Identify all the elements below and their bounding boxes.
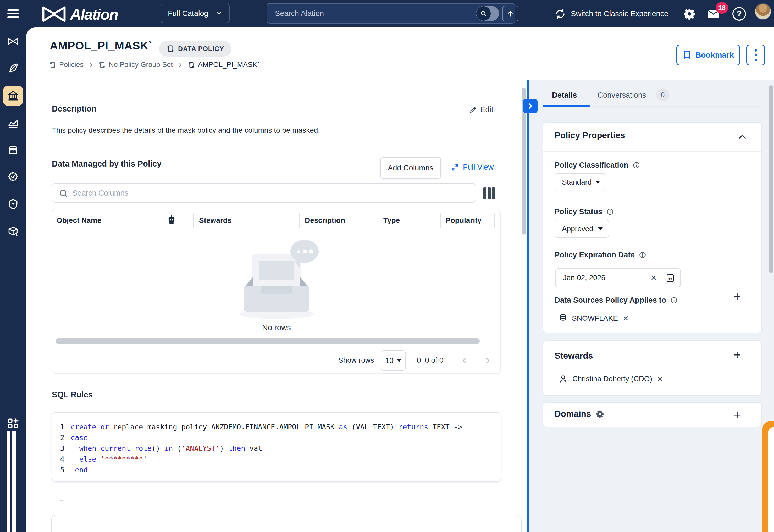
tab-details[interactable]: Details xyxy=(552,91,577,99)
arrow-up-icon xyxy=(506,10,514,18)
more-actions-kebab-button[interactable] xyxy=(746,45,765,65)
add-data-source-button[interactable]: + xyxy=(731,290,744,303)
sidebar-item-compose[interactable] xyxy=(7,62,19,74)
sidebar-item-analytics[interactable] xyxy=(7,118,19,129)
policy-properties-card: Policy Properties Policy Classification … xyxy=(543,122,762,333)
collapse-panel-button[interactable] xyxy=(523,99,538,113)
add-domain-button[interactable]: + xyxy=(731,408,744,422)
data-source-item: SNOWFLAKE ✕ xyxy=(559,314,629,323)
details-panel: Details Conversations 0 Policy Propertie… xyxy=(529,80,774,532)
add-steward-button[interactable]: + xyxy=(731,348,744,361)
breadcrumb-policies[interactable]: Policies xyxy=(49,61,84,69)
sidebar-item-marketplace[interactable] xyxy=(7,144,19,156)
page-scrollbar-thumb[interactable] xyxy=(769,85,773,273)
sql-rules-heading: SQL Rules xyxy=(52,390,93,400)
horizontal-scrollbar[interactable] xyxy=(56,338,480,344)
column-header-popularity[interactable]: Popularity xyxy=(446,216,482,225)
steward-item: Christina Doherty (CDO) ✕ xyxy=(559,374,663,383)
previous-page-button[interactable]: ‹ xyxy=(458,352,471,367)
description-heading: Description xyxy=(52,104,97,114)
domains-card: Domains + xyxy=(543,402,762,427)
pagination-range: 0–0 of 0 xyxy=(417,356,443,364)
info-icon[interactable] xyxy=(639,251,646,259)
search-icon xyxy=(59,189,69,198)
gear-icon xyxy=(683,8,696,20)
steward-link[interactable]: Christina Doherty (CDO) xyxy=(572,375,652,383)
hamburger-menu-icon[interactable] xyxy=(6,8,20,19)
policy-scroll-icon xyxy=(49,62,56,68)
sql-code-block[interactable]: 1create or replace masking policy ANZDEM… xyxy=(52,412,501,482)
badge-check-icon xyxy=(7,171,19,182)
column-header-type[interactable]: Type xyxy=(383,216,400,225)
collapse-section-button[interactable] xyxy=(738,133,747,140)
column-picker-icon[interactable] xyxy=(483,187,495,199)
sidebar-item-apps[interactable] xyxy=(7,418,19,430)
feather-icon xyxy=(7,62,19,74)
policy-expiration-label: Policy Expiration Date xyxy=(555,251,646,259)
sidebar-item-quality[interactable] xyxy=(7,171,19,182)
type-badge-label: DATA POLICY xyxy=(178,45,224,53)
calendar-icon[interactable]: 12 xyxy=(666,273,675,283)
search-icon xyxy=(476,6,491,21)
tab-conversations[interactable]: Conversations xyxy=(598,91,646,99)
stewards-card: Stewards + Christina Doherty (CDO) ✕ xyxy=(543,340,762,396)
sidebar-item-products[interactable] xyxy=(7,226,19,237)
sidebar-item-trust[interactable] xyxy=(7,198,19,210)
alation-logo[interactable]: Alation xyxy=(41,5,118,23)
clear-date-button[interactable]: ✕ xyxy=(651,274,657,282)
help-widget[interactable] xyxy=(762,421,774,532)
column-search-input[interactable] xyxy=(72,184,465,202)
object-type-badge: DATA POLICY xyxy=(159,41,231,57)
settings-gear-button[interactable] xyxy=(680,0,699,27)
info-icon[interactable] xyxy=(670,297,678,304)
column-header-stewards[interactable]: Stewards xyxy=(199,216,232,225)
edit-description-button[interactable]: Edit xyxy=(469,105,493,114)
next-page-button[interactable]: › xyxy=(481,352,494,367)
alation-mark-icon xyxy=(7,36,19,47)
sidebar-item-governance-active[interactable] xyxy=(3,86,23,106)
search-mode-toggle[interactable] xyxy=(476,6,499,21)
breadcrumb-current[interactable]: AMPOL_PI_MASK` xyxy=(188,61,260,69)
stewards-title: Stewards xyxy=(555,351,593,361)
rows-per-page-dropdown[interactable]: 10 xyxy=(381,350,406,371)
chevron-right-icon xyxy=(527,102,534,110)
remove-data-source-button[interactable]: ✕ xyxy=(623,314,629,323)
refresh-icon xyxy=(555,8,566,20)
column-separator xyxy=(193,213,194,228)
user-avatar[interactable] xyxy=(755,3,771,20)
sidebar-item-catalog[interactable] xyxy=(7,36,19,47)
full-catalog-label: Full Catalog xyxy=(168,9,208,18)
pencil-icon xyxy=(469,106,477,114)
help-button[interactable]: ? xyxy=(730,0,748,27)
full-view-link[interactable]: Full View xyxy=(451,163,494,171)
switch-classic-experience[interactable]: Switch to Classic Experience xyxy=(555,0,668,27)
status-dropdown[interactable]: Approved xyxy=(555,220,609,238)
expiration-date-field[interactable]: Jan 02, 2026 ✕ 12 xyxy=(555,268,681,287)
notification-count-badge: 18 xyxy=(716,2,728,14)
data-source-link[interactable]: SNOWFLAKE xyxy=(572,314,618,323)
robot-column-icon[interactable] xyxy=(167,214,176,225)
search-submit-button[interactable] xyxy=(502,6,518,21)
column-separator xyxy=(379,213,379,228)
gear-icon[interactable] xyxy=(596,410,604,418)
next-section-stub xyxy=(60,500,63,501)
classification-dropdown[interactable]: Standard xyxy=(555,173,606,191)
bookmark-button[interactable]: Bookmark xyxy=(676,45,740,65)
chevron-down-icon xyxy=(595,181,600,184)
area-chart-icon xyxy=(7,118,19,129)
data-managed-heading: Data Managed by this Policy xyxy=(52,159,162,169)
column-header-object-name[interactable]: Object Name xyxy=(57,216,101,225)
remove-steward-button[interactable]: ✕ xyxy=(657,375,663,383)
breadcrumb-policy-group[interactable]: No Policy Group Set xyxy=(99,61,173,69)
show-rows-label: Show rows xyxy=(338,356,374,364)
logo-text: Alation xyxy=(70,5,118,23)
active-tab-underline xyxy=(543,105,590,107)
info-icon[interactable] xyxy=(606,208,614,215)
global-search-input[interactable] xyxy=(275,4,463,23)
policy-scroll-icon xyxy=(167,45,174,53)
info-icon[interactable] xyxy=(633,162,640,169)
full-catalog-dropdown[interactable]: Full Catalog xyxy=(161,4,230,23)
add-columns-button[interactable]: Add Columns xyxy=(380,157,441,179)
chevron-down-icon xyxy=(397,359,401,362)
column-header-description[interactable]: Description xyxy=(305,216,345,225)
